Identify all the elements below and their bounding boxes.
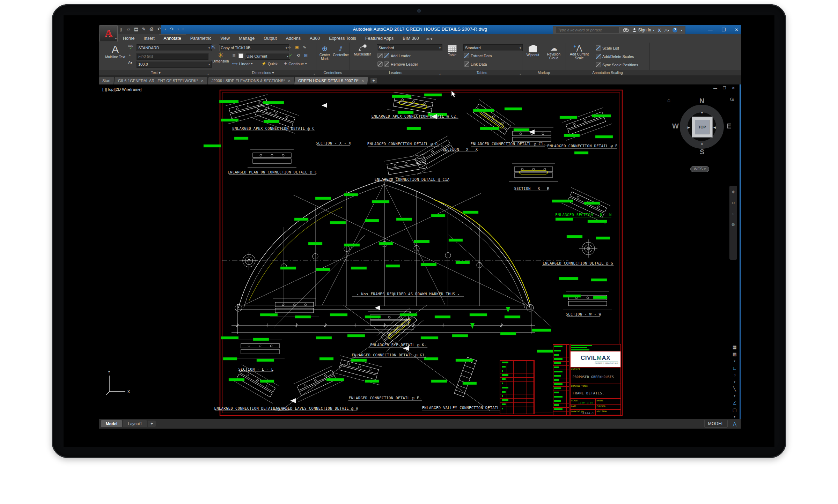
annotation-visibility-icon[interactable]: ⋀ [731, 420, 738, 427]
ribbon-tab-bim-360[interactable]: BIM 360 [398, 35, 424, 43]
dim-style-dropdown[interactable]: Copy of TICK10B▾ [219, 44, 289, 51]
find-text-input[interactable] [137, 53, 208, 60]
panel-label-centerlines[interactable]: Centerlines [316, 70, 350, 75]
polar-tracking-icon[interactable]: ◔ [731, 371, 738, 378]
zoom-icon[interactable]: ⊙ [732, 201, 735, 205]
ribbon-tab-express-tools[interactable]: Express Tools [324, 35, 361, 43]
layout1-tab[interactable]: Layout1 [123, 420, 147, 427]
ribbon-tab-insert[interactable]: Insert [139, 35, 159, 43]
viewcube-north[interactable]: N [699, 97, 704, 105]
file-tab-2[interactable]: J2006-I SIDE ELEVATIONS & SECTIONS*✕ [208, 77, 295, 84]
signin-caret-icon[interactable]: ▾ [653, 29, 654, 32]
remove-leader-button[interactable]: Remove Leader [377, 61, 418, 67]
drawing-minimize-button[interactable]: — [713, 86, 717, 90]
dim-reassociate-icon[interactable]: ⊞ [304, 53, 308, 58]
new-file-icon[interactable]: ▯ [118, 27, 123, 32]
application-menu-button[interactable]: A▾ [100, 25, 118, 42]
viewcube-arrow-down[interactable]: ▲ [700, 142, 704, 145]
minimize-button[interactable]: — [708, 27, 712, 32]
redo-caret[interactable]: ▾ [177, 28, 179, 31]
text-height-dropdown[interactable]: 100.0▾ [137, 61, 212, 68]
ribbon-tab-home[interactable]: Home [118, 35, 139, 43]
add-layout-button[interactable]: + [148, 421, 156, 427]
sync-scale-positions-button[interactable]: Sync Scale Positions [596, 62, 638, 67]
multileader-button[interactable]: Multileader [351, 44, 374, 56]
snap-mode-icon[interactable]: ▩ [731, 350, 738, 357]
drawing-close-button[interactable]: ✕ [732, 86, 735, 90]
leader-style-dropdown[interactable]: Standard▾ [377, 44, 442, 51]
a360-icon[interactable]: △▾ [664, 28, 669, 32]
quick-dimension-button[interactable]: ⚡ Quick [262, 61, 278, 66]
ribbon-tab-featured-apps[interactable]: Featured Apps [361, 35, 398, 43]
panel-label-annotation-scaling[interactable]: Annotation Scaling [566, 70, 649, 75]
qat-customize-icon[interactable]: ▾ [182, 28, 184, 31]
ribbon-tab-parametric[interactable]: Parametric [186, 35, 216, 43]
search-input[interactable] [556, 27, 619, 33]
ortho-icon[interactable]: ∟ [731, 364, 738, 371]
centerline-button[interactable]: ⫽ Centerline [333, 45, 349, 57]
ribbon-tab-output[interactable]: Output [259, 35, 281, 43]
viewcube-top-face[interactable]: TOP [692, 117, 713, 138]
exchange-apps-icon[interactable]: X [658, 28, 661, 33]
drawing-area[interactable]: ENLARGED APEX CONNECTION DETAIL @ C2.ENL… [99, 84, 741, 419]
wipeout-button[interactable]: Wipeout [523, 45, 542, 57]
iso-caret[interactable]: ▾ [731, 392, 738, 399]
file-tab-close-icon[interactable]: ✕ [361, 79, 364, 83]
file-tab-3[interactable]: GREEN HOUSE DETAILS 2007-R*✕ [294, 77, 368, 84]
drawing-restore-button[interactable]: ❐ [723, 86, 726, 90]
viewcube-arrow-up[interactable]: ▼ [700, 111, 704, 114]
undo-icon[interactable]: ↶ [157, 27, 162, 32]
file-tab-1[interactable]: G9-6-1GENERAL AR...ENT OF STEELWORK*✕ [114, 77, 208, 84]
model-tab[interactable]: Model [101, 420, 122, 427]
file-tab-close-icon[interactable]: ✕ [288, 79, 291, 83]
scale-list-button[interactable]: Scale List [596, 45, 619, 51]
link-data-button[interactable]: Link Data [464, 61, 487, 67]
text-style-dropdown[interactable]: STANDARD▾ [137, 44, 212, 51]
ribbon-display-options[interactable]: ▭ ▾ [424, 36, 435, 43]
save-as-icon[interactable]: ✎ [141, 27, 146, 32]
redo-icon[interactable]: ↷ [169, 27, 174, 32]
file-tab-close-icon[interactable]: ✕ [201, 79, 204, 83]
orbit-icon[interactable]: ◌ [732, 212, 735, 216]
linear-button[interactable]: ⟷ Linear▾ [232, 61, 252, 66]
osnap-tracking-icon[interactable]: ∠ [731, 399, 738, 406]
object-snap-icon[interactable]: ▢ [731, 406, 738, 413]
autoscale-icon[interactable]: ⋀ [731, 427, 738, 429]
new-drawing-button[interactable]: + [370, 78, 377, 83]
undo-caret[interactable]: ▾ [164, 28, 167, 31]
snap-caret[interactable]: ▾ [731, 357, 738, 364]
viewcube-east[interactable]: E [727, 122, 731, 130]
add-delete-scales-button[interactable]: Add/Delete Scales [596, 54, 634, 59]
osnap-caret[interactable]: ▾ [731, 413, 738, 420]
dim-jog-icon[interactable]: ∿ [303, 45, 306, 50]
pan-icon[interactable]: ✥ [732, 190, 735, 194]
table-button[interactable]: Table [443, 45, 461, 57]
add-current-scale-button[interactable]: ⋀+ Add Current Scale [567, 44, 591, 60]
center-mark-button[interactable]: ⊕ Center Mark [317, 45, 333, 61]
continue-button[interactable]: ⋕ Continue▾ [284, 61, 307, 66]
polar-caret[interactable]: ▾ [731, 378, 738, 385]
table-style-dropdown[interactable]: Standard▾ [463, 44, 523, 51]
extract-data-button[interactable]: Extract Data [464, 53, 492, 58]
ribbon-tab-manage[interactable]: Manage [234, 35, 259, 43]
ribbon-tab-view[interactable]: View [216, 35, 234, 43]
add-leader-button[interactable]: Add Leader [377, 53, 411, 58]
panel-label-tables[interactable]: Tables⌟ [442, 70, 522, 75]
dim-check-icon[interactable]: ✓ [289, 53, 292, 58]
panel-label-dimensions[interactable]: Dimensions ▾⌟ [210, 70, 316, 75]
panel-label-leaders[interactable]: Leaders⌟ [350, 70, 442, 75]
navigation-bar[interactable]: ✥ ⊙ ◌ ◍ [729, 186, 737, 260]
save-icon[interactable]: ▤ [134, 27, 139, 32]
viewport-controls[interactable]: [-][Top][2D Wireframe] [102, 87, 141, 91]
viewcube-home-icon[interactable]: ⌂ [667, 97, 670, 103]
dimension-button[interactable]: ✳ Dimension [211, 52, 231, 63]
viewcube[interactable]: ⌂ ⟳ N W E S ▼ ▲ ▶ ◀ TOP WCS ▿ [672, 97, 732, 181]
dim-adjust-icon[interactable]: ▣ [295, 45, 299, 50]
help-caret-icon[interactable]: ▾ [681, 29, 682, 32]
viewcube-arrow-right[interactable]: ◀ [713, 126, 716, 129]
sign-in-button[interactable]: Sign In ▾ [632, 28, 654, 32]
revision-cloud-button[interactable]: ☁ Revision Cloud [544, 45, 564, 60]
ribbon-tab-a360[interactable]: A360 [305, 35, 324, 43]
close-button[interactable]: ✕ [735, 27, 738, 32]
panel-label-markup[interactable]: Markup [522, 70, 566, 75]
